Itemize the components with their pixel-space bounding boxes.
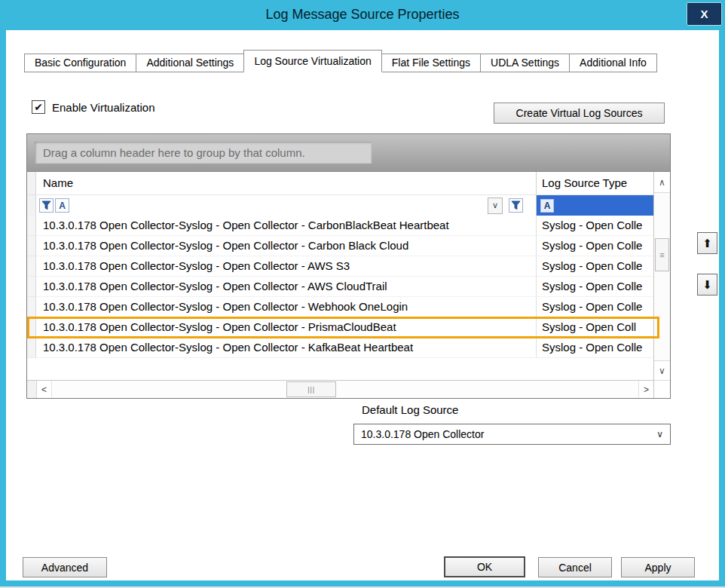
vertical-scrollbar[interactable]: ∧ ≡ ∨ — [653, 172, 670, 398]
row-indicator[interactable] — [27, 236, 36, 256]
table-row[interactable]: 10.3.0.178 Open Collector-Syslog - Open … — [27, 256, 653, 277]
log-source-type-cell: Syslog - Open Coll — [536, 317, 653, 338]
enable-virtualization-checkbox[interactable]: ✔ Enable Virtualization — [32, 100, 154, 114]
scroll-up-button[interactable]: ∧ — [654, 172, 670, 193]
filter-dropdown-button[interactable]: ∨ — [488, 198, 503, 214]
title-bar: Log Message Source Properties X — [0, 0, 725, 30]
log-source-name-cell: 10.3.0.178 Open Collector-Syslog - Open … — [36, 277, 536, 297]
checkbox-label: Enable Virtualization — [52, 101, 154, 114]
log-source-name-cell: 10.3.0.178 Open Collector-Syslog - Open … — [36, 216, 536, 236]
scroll-right-button[interactable]: > — [638, 381, 653, 398]
log-source-type-cell: Syslog - Open Colle — [536, 236, 653, 256]
log-source-type-cell: Syslog - Open Colle — [536, 338, 653, 358]
create-virtual-log-sources-button[interactable]: Create Virtual Log Sources — [494, 103, 665, 124]
horizontal-scrollbar[interactable]: < ||| > — [27, 380, 653, 398]
screen: Log Message Source Properties X Basic Co… — [0, 0, 725, 588]
table-row[interactable]: 10.3.0.178 Open Collector-Syslog - Open … — [27, 317, 653, 338]
grid-filter-row: A ∨ A — [27, 194, 653, 216]
default-log-source-value: 10.3.0.178 Open Collector — [361, 428, 656, 440]
table-row[interactable]: 10.3.0.178 Open Collector-Syslog - Open … — [27, 236, 653, 256]
column-header-name[interactable]: Name — [36, 172, 536, 194]
check-icon: ✔ — [34, 101, 43, 113]
tab-basic-configuration[interactable]: Basic Configuration — [24, 54, 136, 72]
log-source-name-cell: 10.3.0.178 Open Collector-Syslog - Open … — [36, 297, 536, 317]
apply-button[interactable]: Apply — [621, 557, 695, 577]
filter-funnel-icon[interactable] — [39, 198, 54, 213]
row-indicator[interactable] — [27, 256, 36, 277]
filter-letter-icon[interactable]: A — [55, 198, 69, 213]
filter-row-indicator — [27, 195, 36, 216]
table-row[interactable]: 10.3.0.178 Open Collector-Syslog - Open … — [27, 216, 653, 236]
tab-udla-settings[interactable]: UDLA Settings — [480, 54, 570, 72]
scrollbar-corner — [654, 380, 670, 398]
horizontal-scroll-thumb[interactable]: ||| — [286, 381, 336, 397]
log-source-type-cell: Syslog - Open Colle — [536, 277, 653, 297]
ok-button[interactable]: OK — [444, 556, 525, 577]
table-row[interactable]: 10.3.0.178 Open Collector-Syslog - Open … — [27, 297, 653, 317]
row-indicator[interactable] — [27, 297, 36, 317]
header-row-indicator — [27, 172, 36, 194]
scrollbar-corner — [27, 381, 37, 398]
table-row[interactable]: 10.3.0.178 Open Collector-Syslog - Open … — [27, 338, 653, 358]
log-sources-grid: Drag a column header here to group by th… — [26, 133, 671, 399]
cancel-button[interactable]: Cancel — [538, 557, 612, 577]
tab-additional-settings[interactable]: Additional Settings — [136, 54, 244, 72]
table-row[interactable]: 10.3.0.178 Open Collector-Syslog - Open … — [27, 277, 653, 297]
log-source-type-cell: Syslog - Open Colle — [536, 256, 653, 277]
dialog-title: Log Message Source Properties — [0, 0, 725, 23]
advanced-button[interactable]: Advanced — [23, 557, 107, 577]
default-log-source-select[interactable]: 10.3.0.178 Open Collector ∨ — [353, 424, 671, 445]
tab-flat-file-settings[interactable]: Flat File Settings — [381, 54, 481, 72]
row-indicator[interactable] — [27, 216, 36, 236]
vertical-scroll-track[interactable]: ≡ — [654, 193, 670, 360]
log-source-name-cell: 10.3.0.178 Open Collector-Syslog - Open … — [36, 256, 536, 277]
filter-funnel-icon[interactable] — [509, 198, 523, 213]
column-header-log-source-type[interactable]: Log Source Type — [536, 172, 653, 194]
log-source-name-cell: 10.3.0.178 Open Collector-Syslog - Open … — [36, 338, 536, 358]
move-up-button[interactable]: ⬆ — [697, 232, 717, 254]
group-by-bar[interactable]: Drag a column header here to group by th… — [27, 134, 670, 172]
default-log-source-label: Default Log Source — [362, 403, 458, 416]
vertical-scroll-thumb[interactable]: ≡ — [655, 238, 669, 271]
row-indicator[interactable] — [27, 277, 36, 297]
close-button[interactable]: X — [687, 2, 722, 26]
horizontal-scroll-track[interactable]: ||| — [52, 381, 638, 398]
name-filter-cell[interactable]: A ∨ — [36, 195, 536, 216]
grid-columns-area: Name Log Source Type A ∨ — [27, 172, 653, 398]
checkbox-box[interactable]: ✔ — [32, 100, 45, 114]
row-indicator[interactable] — [27, 338, 36, 358]
tab-strip: Basic ConfigurationAdditional SettingsLo… — [25, 50, 657, 72]
scroll-left-button[interactable]: < — [37, 381, 52, 398]
dialog-body: Basic ConfigurationAdditional SettingsLo… — [6, 30, 719, 580]
filter-letter-icon: A — [540, 199, 554, 213]
type-filter-cell-selected[interactable]: A — [536, 195, 653, 216]
log-source-name-cell: 10.3.0.178 Open Collector-Syslog - Open … — [36, 236, 536, 256]
chevron-down-icon: ∨ — [656, 429, 663, 439]
grid-rows: 10.3.0.178 Open Collector-Syslog - Open … — [27, 216, 653, 380]
log-source-type-cell: Syslog - Open Colle — [536, 216, 653, 236]
move-down-button[interactable]: ⬇ — [697, 274, 717, 296]
group-by-hint: Drag a column header here to group by th… — [35, 142, 372, 164]
row-indicator[interactable] — [27, 317, 36, 338]
tab-additional-info[interactable]: Additional Info — [569, 54, 657, 72]
tab-log-source-virtualization[interactable]: Log Source Virtualization — [243, 50, 381, 72]
scroll-down-button[interactable]: ∨ — [654, 360, 670, 380]
grid-main: Name Log Source Type A ∨ — [27, 172, 670, 398]
log-source-name-cell: 10.3.0.178 Open Collector-Syslog - Open … — [36, 317, 536, 338]
log-source-type-cell: Syslog - Open Colle — [536, 297, 653, 317]
log-message-source-properties-dialog: Log Message Source Properties X Basic Co… — [0, 0, 725, 586]
grid-header-row: Name Log Source Type — [27, 172, 653, 194]
